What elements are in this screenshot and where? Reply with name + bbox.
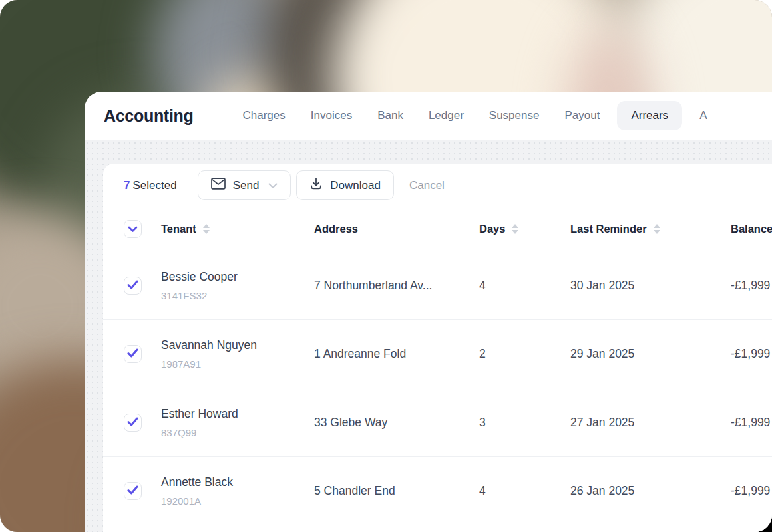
selected-word: Selected [132, 179, 176, 192]
row-checkbox-checked[interactable] [124, 414, 142, 432]
download-button[interactable]: Download [296, 170, 394, 200]
tenant-name: Annette Black [161, 475, 314, 489]
tenant-id: 837Q99 [161, 427, 314, 438]
balance-cell: -£1,999 [731, 416, 772, 430]
address-cell: 5 Chandler End [314, 484, 479, 498]
row-checkbox-checked[interactable] [124, 345, 142, 363]
column-label: Last Reminder [570, 223, 647, 235]
table-row[interactable]: Esther Howard 837Q99 33 Glebe Way 3 27 J… [103, 388, 772, 457]
app-header: Accounting Charges Invoices Bank Ledger … [85, 92, 772, 140]
table-row[interactable]: Savannah Nguyen 1987A91 1 Andreanne Fold… [103, 320, 772, 388]
table-header-row: Tenant Address Days Last Reminder [103, 207, 772, 251]
address-cell: 1 Andreanne Fold [314, 347, 479, 361]
tenant-name: Bessie Cooper [161, 270, 314, 284]
send-button[interactable]: Send [198, 170, 291, 200]
balance-cell: -£1,999 [731, 347, 772, 361]
column-header-days[interactable]: Days [479, 223, 570, 235]
days-cell: 3 [479, 416, 570, 430]
checkmark-icon [127, 347, 138, 361]
arrears-panel: 7Selected Send [103, 164, 772, 532]
tenant-name: Esther Howard [161, 407, 314, 421]
column-label: Balance [731, 223, 772, 235]
tab-bank[interactable]: Bank [377, 109, 403, 122]
content-area: 7Selected Send [85, 140, 772, 532]
balance-cell: -£1,999 [731, 484, 772, 498]
selected-count-label: 7Selected [124, 179, 177, 192]
chevron-down-icon [128, 223, 138, 235]
column-header-address[interactable]: Address [314, 223, 479, 235]
tenant-id: 1987A91 [161, 358, 314, 370]
column-label: Address [314, 223, 358, 235]
sort-arrows-icon[interactable] [512, 224, 518, 234]
tab-suspense[interactable]: Suspense [489, 109, 540, 122]
address-cell: 7 Northumberland Av... [314, 279, 479, 293]
tab-clipped[interactable]: A [699, 109, 707, 122]
tab-charges[interactable]: Charges [243, 109, 286, 122]
column-label: Days [479, 223, 505, 235]
checkmark-icon [127, 484, 138, 498]
cancel-link[interactable]: Cancel [409, 179, 445, 192]
last-reminder-cell: 30 Jan 2025 [570, 279, 731, 293]
tab-payout[interactable]: Payout [564, 109, 600, 122]
checkmark-icon [127, 416, 138, 430]
column-header-tenant[interactable]: Tenant [161, 223, 314, 235]
table-row[interactable]: Annette Black 192001A 5 Chandler End 4 2… [103, 457, 772, 525]
send-label: Send [233, 179, 260, 192]
days-cell: 4 [479, 484, 570, 498]
page-title: Accounting [104, 106, 194, 126]
column-header-last-reminder[interactable]: Last Reminder [570, 223, 731, 235]
envelope-icon [211, 178, 226, 193]
accounting-app-card: Accounting Charges Invoices Bank Ledger … [85, 92, 772, 532]
sort-arrows-icon[interactable] [654, 224, 660, 234]
bulk-action-toolbar: 7Selected Send [103, 164, 772, 207]
days-cell: 2 [479, 347, 570, 361]
sort-arrows-icon[interactable] [203, 224, 210, 234]
table-row-partial [103, 525, 772, 532]
selected-count: 7 [124, 179, 130, 192]
download-icon [309, 177, 323, 194]
tab-bar: Charges Invoices Bank Ledger Suspense Pa… [243, 101, 707, 130]
last-reminder-cell: 26 Jan 2025 [570, 484, 731, 498]
column-label: Tenant [161, 223, 196, 235]
download-label: Download [330, 179, 381, 192]
table-row[interactable]: Bessie Cooper 3141FS32 7 Northumberland … [103, 251, 772, 320]
checkmark-icon [127, 279, 138, 293]
tenant-id: 3141FS32 [161, 290, 314, 301]
header-divider [216, 104, 216, 127]
tab-arrears[interactable]: Arrears [617, 101, 682, 130]
days-cell: 4 [479, 279, 570, 293]
column-header-balance[interactable]: Balance [731, 223, 772, 235]
row-checkbox-checked[interactable] [124, 482, 142, 500]
tenant-id: 192001A [161, 495, 314, 507]
row-checkbox-checked[interactable] [124, 277, 142, 295]
select-all-checkbox[interactable] [124, 220, 142, 238]
chevron-down-icon [268, 179, 278, 192]
screenshot-canvas: Accounting Charges Invoices Bank Ledger … [0, 0, 772, 532]
tab-ledger[interactable]: Ledger [429, 109, 464, 122]
address-cell: 33 Glebe Way [314, 416, 479, 430]
last-reminder-cell: 29 Jan 2025 [570, 347, 731, 361]
balance-cell: -£1,999 [731, 279, 772, 293]
tenant-name: Savannah Nguyen [161, 338, 314, 352]
tab-invoices[interactable]: Invoices [311, 109, 352, 122]
last-reminder-cell: 27 Jan 2025 [570, 416, 731, 430]
